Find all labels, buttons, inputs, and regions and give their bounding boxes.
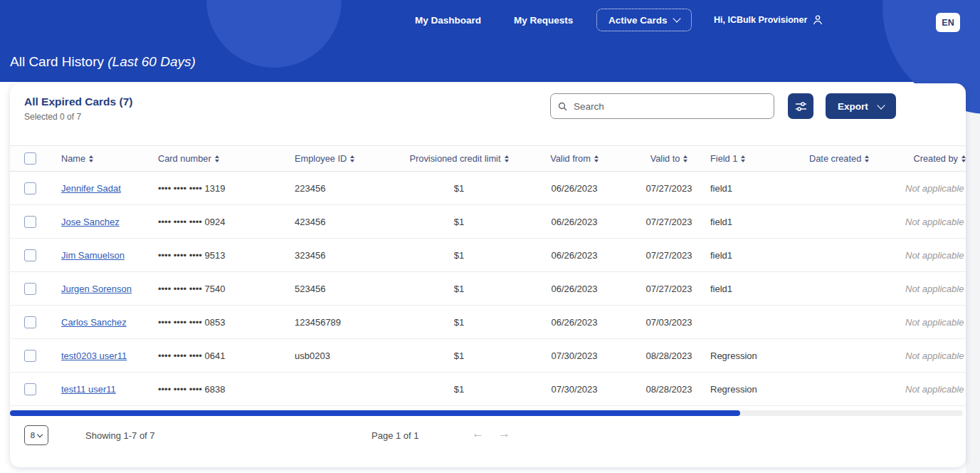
cell-card-number: •••• •••• •••• 9513: [158, 250, 295, 261]
cell-name: Jose Sanchez: [61, 217, 158, 227]
user-menu[interactable]: Hi, ICBulk Provisioner: [714, 14, 823, 26]
next-page-arrow[interactable]: →: [498, 427, 510, 441]
cardholder-name-link[interactable]: Carlos Sanchez: [61, 317, 127, 328]
table-row: Carlos Sanchez •••• •••• •••• 0853 12345…: [10, 306, 966, 339]
table-row: test11 user11 •••• •••• •••• 6838 $1 07/…: [10, 373, 966, 406]
chevron-down-icon: [877, 101, 885, 109]
filter-button[interactable]: [788, 93, 813, 119]
row-checkbox[interactable]: [24, 182, 36, 194]
cell-created-by: Not applicable: [905, 250, 966, 261]
cell-employee-id: 323456: [295, 250, 397, 261]
cardholder-name-link[interactable]: test0203 user11: [61, 350, 127, 361]
nav-my-dashboard[interactable]: My Dashboard: [415, 15, 481, 26]
cell-credit-limit: $1: [397, 284, 521, 294]
column-header-credit-limit[interactable]: Provisioned credit limit: [397, 153, 521, 164]
sort-icon: [505, 155, 509, 162]
row-checkbox[interactable]: [24, 249, 36, 261]
column-header-name[interactable]: Name: [61, 153, 158, 164]
row-checkbox[interactable]: [24, 216, 36, 228]
showing-range-text: Showing 1-7 of 7: [85, 430, 155, 441]
cell-credit-limit: $1: [397, 350, 521, 361]
page-size-select[interactable]: 8: [24, 425, 48, 445]
cell-employee-id: usb0203: [295, 350, 397, 361]
cardholder-name-link[interactable]: Jurgen Sorenson: [61, 284, 132, 294]
export-button[interactable]: Export: [826, 93, 896, 119]
cell-created-by: Not applicable: [905, 350, 966, 361]
cell-field1: Regression: [710, 384, 809, 395]
previous-page-arrow[interactable]: ←: [472, 427, 484, 441]
row-checkbox-cell: [10, 383, 61, 395]
row-checkbox[interactable]: [24, 316, 36, 328]
row-checkbox[interactable]: [24, 350, 36, 362]
cell-name: Carlos Sanchez: [61, 317, 158, 328]
row-checkbox-cell: [10, 249, 61, 261]
cell-valid-from: 06/26/2023: [521, 217, 628, 227]
cardholder-name-link[interactable]: Jose Sanchez: [61, 217, 120, 227]
select-all-checkbox[interactable]: [24, 152, 36, 165]
row-checkbox-cell: [10, 182, 61, 194]
column-header-field1[interactable]: Field 1: [710, 153, 809, 164]
cell-card-number: •••• •••• •••• 7540: [158, 284, 295, 294]
cell-name: Jim Samuelson: [61, 250, 158, 261]
cell-field1: field1: [710, 183, 809, 194]
cell-name: test0203 user11: [61, 350, 158, 361]
column-label: Date created: [809, 153, 861, 164]
table-row: Jim Samuelson •••• •••• •••• 9513 323456…: [10, 239, 966, 272]
column-header-created-by[interactable]: Created by: [905, 153, 966, 164]
sort-icon: [683, 155, 687, 162]
sort-icon: [865, 155, 869, 162]
language-button[interactable]: EN: [936, 13, 960, 32]
row-checkbox-cell: [10, 350, 61, 362]
chevron-down-icon: [673, 14, 680, 22]
user-icon: [812, 14, 823, 26]
cell-card-number: •••• •••• •••• 1319: [158, 183, 295, 194]
cell-credit-limit: $1: [397, 250, 521, 261]
cell-credit-limit: $1: [397, 183, 521, 194]
table-row: Jose Sanchez •••• •••• •••• 0924 423456 …: [10, 205, 966, 239]
page-info-text: Page 1 of 1: [372, 430, 419, 441]
column-header-date-created[interactable]: Date created: [809, 153, 905, 164]
expired-cards-panel: All Expired Cards (7) Selected 0 of 7 Ex…: [10, 83, 966, 467]
table-body: Jennifer Sadat •••• •••• •••• 1319 22345…: [10, 172, 966, 406]
cell-field1: field1: [710, 250, 809, 261]
cell-credit-limit: $1: [397, 317, 521, 328]
column-header-valid-from[interactable]: Valid from: [521, 153, 628, 164]
cell-card-number: •••• •••• •••• 0641: [158, 350, 295, 361]
cardholder-name-link[interactable]: Jim Samuelson: [61, 250, 125, 261]
column-header-employee-id[interactable]: Employee ID: [295, 153, 397, 164]
horizontal-scrollbar-track: [10, 410, 963, 416]
nav-my-requests[interactable]: My Requests: [514, 15, 573, 26]
table-header-row: Name Card number Employee ID Provisioned…: [10, 145, 966, 172]
column-label: Card number: [158, 153, 211, 164]
column-header-valid-to[interactable]: Valid to: [628, 153, 710, 164]
page-title: All Card History (Last 60 Days): [10, 54, 196, 70]
nav-active-cards-dropdown[interactable]: Active Cards: [596, 9, 692, 31]
horizontal-scrollbar-thumb[interactable]: [10, 410, 740, 416]
cardholder-name-link[interactable]: test11 user11: [61, 384, 116, 395]
panel-title: All Expired Cards (7): [24, 95, 132, 108]
search-box: [550, 93, 774, 119]
column-header-card-number[interactable]: Card number: [158, 153, 295, 164]
search-icon: [558, 102, 567, 111]
row-checkbox-cell: [10, 216, 61, 228]
row-checkbox[interactable]: [24, 283, 36, 295]
cardholder-name-link[interactable]: Jennifer Sadat: [61, 183, 121, 194]
sort-icon: [350, 155, 354, 162]
cell-valid-to: 08/28/2023: [628, 384, 710, 395]
cell-field1: Regression: [710, 350, 809, 361]
table-row: test0203 user11 •••• •••• •••• 0641 usb0…: [10, 339, 966, 373]
cell-created-by: Not applicable: [905, 384, 966, 395]
chevron-down-icon: [37, 432, 43, 437]
cell-card-number: •••• •••• •••• 0853: [158, 317, 295, 328]
table-row: Jurgen Sorenson •••• •••• •••• 7540 5234…: [10, 272, 966, 306]
cell-created-by: Not applicable: [905, 217, 966, 227]
row-checkbox-cell: [10, 316, 61, 328]
column-label: Provisioned credit limit: [409, 153, 500, 164]
cell-created-by: Not applicable: [905, 284, 966, 294]
row-checkbox[interactable]: [24, 383, 36, 395]
column-label: Name: [61, 153, 85, 164]
cell-valid-from: 06/26/2023: [521, 284, 628, 294]
sort-icon: [215, 155, 219, 162]
search-input[interactable]: [572, 100, 766, 113]
cell-valid-to: 07/03/2023: [628, 317, 710, 328]
